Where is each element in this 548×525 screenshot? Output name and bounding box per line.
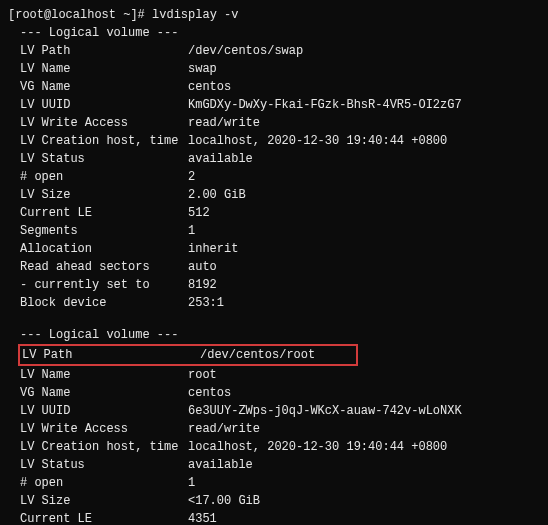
label: LV Write Access [8, 420, 188, 438]
label: LV Path [8, 42, 188, 60]
value: localhost, 2020-12-30 19:40:44 +0800 [188, 440, 447, 454]
lv-write-access: LV Write Accessread/write [8, 114, 540, 132]
segments: Segments1 [8, 222, 540, 240]
lv-write-access: LV Write Accessread/write [8, 420, 540, 438]
lv-uuid: LV UUIDKmGDXy-DwXy-Fkai-FGzk-BhsR-4VR5-O… [8, 96, 540, 114]
value: 2.00 GiB [188, 188, 246, 202]
label: LV Creation host, time [8, 438, 188, 456]
value: inherit [188, 242, 238, 256]
value: available [188, 152, 253, 166]
lv-status: LV Statusavailable [8, 150, 540, 168]
label: LV UUID [8, 402, 188, 420]
value: 1 [188, 476, 195, 490]
label: Block device [8, 294, 188, 312]
label: # open [8, 474, 188, 492]
label: LV Path [22, 346, 200, 364]
lv-name: LV Nameswap [8, 60, 540, 78]
lv-path: LV Path/dev/centos/root [22, 346, 356, 364]
value: root [188, 368, 217, 382]
label: Allocation [8, 240, 188, 258]
label: VG Name [8, 78, 188, 96]
value: 512 [188, 206, 210, 220]
open-count: # open2 [8, 168, 540, 186]
value: 8192 [188, 278, 217, 292]
lv-divider: --- Logical volume --- [8, 326, 540, 344]
command-prompt: [root@localhost ~]# lvdisplay -v [8, 6, 540, 24]
label: Current LE [8, 204, 188, 222]
label: VG Name [8, 384, 188, 402]
label: LV Write Access [8, 114, 188, 132]
label: LV Size [8, 186, 188, 204]
label: LV Status [8, 150, 188, 168]
label: # open [8, 168, 188, 186]
value: 2 [188, 170, 195, 184]
value: <17.00 GiB [188, 494, 260, 508]
lv-divider: --- Logical volume --- [8, 24, 540, 42]
value: auto [188, 260, 217, 274]
current-le: Current LE512 [8, 204, 540, 222]
label: LV Name [8, 366, 188, 384]
vg-name: VG Namecentos [8, 78, 540, 96]
lv-size: LV Size<17.00 GiB [8, 492, 540, 510]
lv-status: LV Statusavailable [8, 456, 540, 474]
lv-uuid: LV UUID6e3UUY-ZWps-j0qJ-WKcX-auaw-742v-w… [8, 402, 540, 420]
vg-name: VG Namecentos [8, 384, 540, 402]
allocation: Allocationinherit [8, 240, 540, 258]
label: LV Name [8, 60, 188, 78]
value: read/write [188, 116, 260, 130]
value: 4351 [188, 512, 217, 525]
value: 1 [188, 224, 195, 238]
value: centos [188, 386, 231, 400]
read-ahead: Read ahead sectorsauto [8, 258, 540, 276]
value: 6e3UUY-ZWps-j0qJ-WKcX-auaw-742v-wLoNXK [188, 404, 462, 418]
label: Segments [8, 222, 188, 240]
lv-creation: LV Creation host, time localhost, 2020-1… [8, 438, 540, 456]
label: LV UUID [8, 96, 188, 114]
label: Read ahead sectors [8, 258, 188, 276]
value: localhost, 2020-12-30 19:40:44 +0800 [188, 134, 447, 148]
label: LV Size [8, 492, 188, 510]
currently-set: - currently set to8192 [8, 276, 540, 294]
value: /dev/centos/swap [188, 44, 303, 58]
lv-path: LV Path/dev/centos/swap [8, 42, 540, 60]
current-le: Current LE4351 [8, 510, 540, 525]
label: LV Status [8, 456, 188, 474]
value: centos [188, 80, 231, 94]
open-count: # open1 [8, 474, 540, 492]
lv-creation: LV Creation host, time localhost, 2020-1… [8, 132, 540, 150]
value: available [188, 458, 253, 472]
value: KmGDXy-DwXy-Fkai-FGzk-BhsR-4VR5-OI2zG7 [188, 98, 462, 112]
block-device: Block device253:1 [8, 294, 540, 312]
label: LV Creation host, time [8, 132, 188, 150]
lv-size: LV Size2.00 GiB [8, 186, 540, 204]
value: read/write [188, 422, 260, 436]
lv-name: LV Nameroot [8, 366, 540, 384]
label: - currently set to [8, 276, 188, 294]
blank-line [8, 312, 540, 326]
highlight-box: LV Path/dev/centos/root [18, 344, 358, 366]
label: Current LE [8, 510, 188, 525]
value: 253:1 [188, 296, 224, 310]
value: swap [188, 62, 217, 76]
value: /dev/centos/root [200, 348, 315, 362]
